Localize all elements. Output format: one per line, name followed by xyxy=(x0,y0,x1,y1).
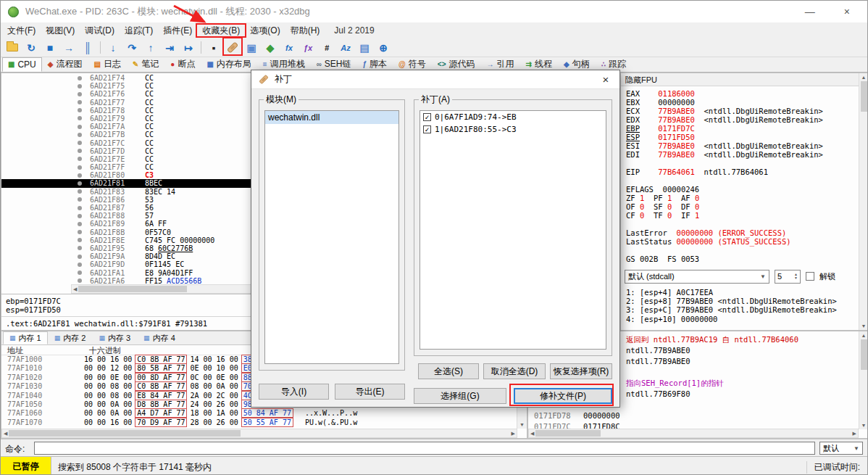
breakpoint-dot[interactable] xyxy=(78,189,82,194)
spinner-arrows-icon[interactable]: ▲▼ xyxy=(794,273,798,280)
module-list-item[interactable]: wechatwin.dll xyxy=(265,111,398,124)
breakpoint-dot[interactable] xyxy=(78,141,82,145)
select-all-button[interactable]: 全选(S) xyxy=(418,363,479,379)
argument-row[interactable]: 1: [esp+4] A0C17EEA xyxy=(621,288,858,297)
register-row[interactable]: EIP 77B64061 ntdll.77B64061 xyxy=(621,168,858,176)
dump-tab[interactable]: ▦内存 3 xyxy=(92,331,137,344)
module-list[interactable]: wechatwin.dll xyxy=(264,110,399,364)
register-row[interactable] xyxy=(621,246,858,255)
scroll-right-icon[interactable]: ▶ xyxy=(853,431,856,437)
scrollbar-thumb[interactable] xyxy=(9,430,241,437)
menu-item-options[interactable]: 选项(O) xyxy=(245,22,285,39)
register-row[interactable]: EBP 0171FD7C xyxy=(621,124,858,133)
minimize-button[interactable]: — xyxy=(805,6,815,17)
scroll-down-icon[interactable]: ▼ xyxy=(519,422,525,427)
toolbar-stop-icon[interactable]: ■ xyxy=(41,40,59,56)
scroll-left-icon[interactable]: ◀ xyxy=(530,431,534,437)
scrollbar-thumb[interactable] xyxy=(861,339,867,370)
toolbar-shield-icon[interactable]: ◆ xyxy=(262,40,279,56)
breakpoint-dot[interactable] xyxy=(78,255,82,259)
scroll-down-icon[interactable]: ▼ xyxy=(861,423,867,428)
dump-row[interactable]: 77AF107000 00 16 0070 D9 AF 7728 00 26 0… xyxy=(1,418,527,427)
command-profile-dropdown[interactable]: 默认 ▼ xyxy=(819,442,863,455)
breakpoint-dot[interactable] xyxy=(78,222,82,226)
register-row[interactable]: ZF 1 PF 1 AF 0 xyxy=(621,194,858,202)
patch-list-item[interactable]: ✓1|6AD21F80:55->C3 xyxy=(420,123,606,136)
select-group-button[interactable]: 选择组(G) xyxy=(414,388,506,404)
register-row[interactable] xyxy=(621,159,858,168)
toolbar-skip-next-icon[interactable]: ↦ xyxy=(180,40,197,56)
menu-item-help[interactable]: 帮助(H) xyxy=(285,22,325,39)
toolbar-run-to-selection-icon[interactable]: ⇥ xyxy=(161,40,178,56)
breakpoint-dot[interactable] xyxy=(78,125,82,129)
register-row[interactable]: ESP 0171FD50 xyxy=(621,133,858,141)
breakpoint-dot[interactable] xyxy=(78,197,82,202)
toolbar-globe-icon[interactable]: ⊕ xyxy=(375,40,392,56)
toolbar-memory-window-icon[interactable]: ▤ xyxy=(356,40,373,56)
close-button[interactable]: × xyxy=(844,6,850,17)
register-row[interactable]: OF 0 SF 0 DF 0 xyxy=(621,202,858,211)
breakpoint-dot[interactable] xyxy=(78,230,82,234)
tab-cpu[interactable]: ▦CPU xyxy=(2,57,42,72)
toolbar-comment-window-icon[interactable]: ▣ xyxy=(243,40,260,56)
dump-tab[interactable]: ▦内存 4 xyxy=(137,331,182,344)
toolbar-restart-icon[interactable]: ↻ xyxy=(22,40,40,56)
dump-tab[interactable]: ▦内存 2 xyxy=(48,331,93,344)
tab-breakpoints[interactable]: ●断点 xyxy=(164,57,201,72)
export-button[interactable]: 导出(E) xyxy=(335,384,405,400)
breakpoint-dot[interactable] xyxy=(78,263,82,267)
scrollbar-thumb[interactable] xyxy=(78,286,187,292)
dump-tab[interactable]: ▦内存 1 xyxy=(3,331,48,344)
import-button[interactable]: 导入(I) xyxy=(259,384,329,400)
scroll-down-icon[interactable]: ▼ xyxy=(861,323,867,329)
breakpoint-dot[interactable] xyxy=(78,149,82,153)
menu-item-file[interactable]: 文件(F) xyxy=(2,22,41,39)
patch-file-button[interactable]: 修补文件(P) xyxy=(514,388,612,404)
patch-list[interactable]: ✓0|6A7F1AD9:74->EB✓1|6AD21F80:55->C3 xyxy=(420,110,606,350)
toolbar-run-icon[interactable]: → xyxy=(60,40,78,56)
tab-graph[interactable]: ◈流程图 xyxy=(42,57,88,72)
scrollbar-thumb[interactable] xyxy=(535,430,601,437)
breakpoint-dot[interactable] xyxy=(78,116,82,120)
register-row[interactable]: LastError 00000000 (ERROR_SUCCESS) xyxy=(621,228,858,237)
breakpoint-dot[interactable] xyxy=(78,76,82,80)
breakpoint-dot[interactable] xyxy=(78,214,82,218)
menu-item-debug[interactable]: 调试(D) xyxy=(80,22,120,39)
toolbar-script-function-icon[interactable]: ƒx xyxy=(299,40,317,56)
hide-fpu-button[interactable]: 隐藏FPU xyxy=(621,73,868,86)
tab-log[interactable]: ▤日志 xyxy=(88,57,127,72)
scroll-up-icon[interactable]: ▲ xyxy=(861,75,867,80)
registers-pane[interactable]: 隐藏FPU EAX 01186000EBX 00000000ECX 77B9AB… xyxy=(620,73,868,331)
toolbar-letters-icon[interactable]: Az xyxy=(337,40,354,56)
register-row[interactable] xyxy=(621,176,858,185)
registers-vscrollbar[interactable]: ▲ ▼ xyxy=(859,73,868,330)
menu-item-view[interactable]: 视图(V) xyxy=(41,22,80,39)
register-row[interactable]: EAX 01186000 xyxy=(621,89,858,98)
breakpoint-dot[interactable] xyxy=(78,246,82,250)
register-row[interactable]: ECX 77B9ABE0 <ntdll.DbgUiRemoteBreakin> xyxy=(621,107,858,115)
dialog-close-button[interactable]: × xyxy=(598,73,613,86)
patch-checkbox[interactable]: ✓ xyxy=(423,125,431,133)
register-row[interactable] xyxy=(621,220,858,228)
menu-item-trace[interactable]: 追踪(T) xyxy=(120,22,158,39)
toolbar-pause-icon[interactable]: ║ xyxy=(79,40,96,56)
scroll-up-icon[interactable]: ▲ xyxy=(861,333,867,338)
breakpoint-dot[interactable] xyxy=(78,173,82,178)
toolbar-patch-icon[interactable] xyxy=(224,40,241,56)
scrollbar-thumb[interactable] xyxy=(861,81,867,112)
breakpoint-dot[interactable] xyxy=(78,157,82,161)
argument-row[interactable]: 3: [esp+C] 77B9ABE0 <ntdll.DbgUiRemoteBr… xyxy=(621,305,858,314)
register-row[interactable]: EFLAGS 00000246 xyxy=(621,185,858,194)
scroll-right-icon[interactable]: ▶ xyxy=(512,431,515,437)
breakpoint-dot[interactable] xyxy=(78,108,82,112)
toolbar-step-over-icon[interactable]: ↷ xyxy=(123,40,141,56)
patch-list-item[interactable]: ✓0|6A7F1AD9:74->EB xyxy=(420,111,606,123)
register-row[interactable]: EDI 77B9ABE0 <ntdll.DbgUiRemoteBreakin> xyxy=(621,150,858,159)
register-row[interactable]: CF 0 TF 0 IF 1 xyxy=(621,211,858,220)
breakpoint-dot[interactable] xyxy=(78,133,82,137)
stack-vscrollbar[interactable]: ▲ ▼ xyxy=(859,331,868,429)
dump-hscrollbar[interactable]: ◀ ▶ xyxy=(1,429,517,438)
breakpoint-dot[interactable] xyxy=(78,278,82,283)
register-row[interactable]: EBX 00000000 xyxy=(621,98,858,107)
scroll-left-icon[interactable]: ◀ xyxy=(73,286,77,292)
